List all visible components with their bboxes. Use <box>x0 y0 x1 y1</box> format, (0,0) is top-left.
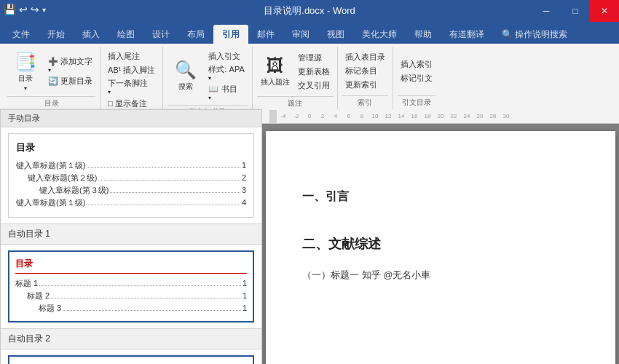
ribbon-group-caption: 🖼 插入题注 管理源 更新表格 交叉引用 题注 <box>253 47 338 109</box>
tab-youdao[interactable]: 有道翻译 <box>441 25 493 44</box>
toc-col-buttons: ➕ 添加文字 ▾ 🔄 更新目录 <box>45 55 95 88</box>
citation-index-tools: 插入索引 标记引文 <box>398 47 435 95</box>
tab-draw[interactable]: 绘图 <box>109 25 143 44</box>
manage-sources-button[interactable]: 管理源 <box>295 51 333 64</box>
manual-toc-text-3: 键入章标题(第３级) <box>39 185 109 196</box>
tab-layout[interactable]: 布局 <box>178 25 213 44</box>
auto-toc1-dots-1 <box>39 278 241 286</box>
tab-home[interactable]: 开始 <box>39 25 74 44</box>
citation-index-group-label: 引文目录 <box>398 95 435 109</box>
auto-toc1-num-1: 1 <box>243 279 247 288</box>
auto-toc1-preview[interactable]: 目录 标题 1 1 标题 2 1 标题 3 1 <box>8 250 254 323</box>
insert-citation-button[interactable]: 插入引文 <box>205 50 247 63</box>
close-button[interactable]: ✕ <box>590 0 619 22</box>
bibliography-button[interactable]: 📖 书目 ▾ <box>205 83 247 102</box>
maximize-button[interactable]: □ <box>561 0 590 22</box>
manual-toc-dots-4 <box>87 197 240 205</box>
toc-dropdown-panel: 手动目录 目录 键入章标题(第１级) 1 键入章标题(第２级) 2 键入章标题(… <box>0 109 262 364</box>
manual-toc-section-label: 手动目录 <box>1 110 261 127</box>
manual-toc-line-1: 键入章标题(第１级) 1 <box>16 160 246 171</box>
document-scroll[interactable]: 一、引言 二、文献综述 （一）标题一 知乎 @无名小車 知乎 @无名小車 <box>262 124 619 364</box>
toc-label: 目录 <box>18 74 33 84</box>
auto-toc2-section-label: 自动目录 2 <box>1 328 261 349</box>
ribbon-group-index: 插入表目录 标记条目 更新索引 索引 <box>338 47 393 109</box>
insert-footnote-button[interactable]: AB¹ 插入脚注 <box>105 63 158 76</box>
index-tools: 插入表目录 标记条目 更新索引 <box>342 47 388 95</box>
auto-toc1-line-1: 标题 1 1 <box>15 278 247 289</box>
tab-design[interactable]: 设计 <box>143 25 178 44</box>
manual-toc-preview[interactable]: 目录 键入章标题(第１级) 1 键入章标题(第２级) 2 键入章标题(第３级) … <box>8 133 254 218</box>
insert-index-button[interactable]: 插入索引 <box>398 58 435 71</box>
search-button[interactable]: 🔍 搜索 <box>167 54 204 98</box>
insert-endnote-button[interactable]: 插入尾注 <box>105 50 158 63</box>
ribbon-panel: 📑 目录 ▾ ➕ 添加文字 ▾ 🔄 更新目录 目录 插入尾注 AB¹ 插入脚注 … <box>0 44 619 109</box>
update-toc-button[interactable]: 🔄 更新目录 <box>45 75 95 88</box>
auto-toc2-preview[interactable]: 目录 标题 1 1 标题 2 1 标题 3 1 <box>8 355 254 364</box>
manual-toc-title: 目录 <box>16 141 246 154</box>
doc-text: （一）标题一 知乎 @无名小車 <box>302 269 579 282</box>
auto-toc1-section-label: 自动目录 1 <box>1 223 261 245</box>
manual-toc-dots-3 <box>110 185 240 193</box>
tab-references[interactable]: 引用 <box>213 25 248 44</box>
tab-view[interactable]: 视图 <box>318 25 353 44</box>
mark-citation-button[interactable]: 标记引文 <box>398 71 435 84</box>
tab-help[interactable]: 帮助 <box>406 25 441 44</box>
ribbon-group-toc: 📑 目录 ▾ ➕ 添加文字 ▾ 🔄 更新目录 目录 <box>3 47 100 109</box>
next-footnote-button[interactable]: 下一条脚注 ▾ <box>105 77 158 96</box>
minimize-button[interactable]: ─ <box>532 0 561 22</box>
auto-toc1-title: 目录 <box>15 258 247 274</box>
manual-toc-line-3: 键入章标题(第３级) 3 <box>16 185 246 196</box>
manual-toc-num-3: 3 <box>242 186 246 194</box>
undo-button[interactable]: ↩ <box>19 4 28 15</box>
toc-dropdown-arrow: ▾ <box>24 85 27 92</box>
doc-heading1: 一、引言 <box>302 189 579 205</box>
mark-entry-button[interactable]: 标记条目 <box>342 65 388 78</box>
manual-toc-text-4: 键入章标题(第１级) <box>16 197 85 208</box>
ribbon-tab-bar: 文件 开始 插入 绘图 设计 布局 引用 邮件 审阅 视图 美化大师 帮助 有道… <box>0 22 619 44</box>
manual-toc-line-2: 键入章标题(第２级) 2 <box>16 173 246 183</box>
tab-file[interactable]: 文件 <box>4 25 39 44</box>
auto-toc1-line-2: 标题 2 1 <box>15 290 247 301</box>
save-button[interactable]: 💾 <box>4 4 16 15</box>
search-icon: 🔍 <box>502 29 513 39</box>
update-index-button[interactable]: 更新索引 <box>342 79 388 92</box>
manual-toc-num-1: 1 <box>242 161 246 170</box>
tab-beautify[interactable]: 美化大师 <box>353 25 406 44</box>
auto-toc1-num-2: 1 <box>243 291 247 300</box>
show-notes-button[interactable]: □ 显示备注 <box>105 97 158 110</box>
search-label: 搜索 <box>178 82 193 92</box>
redo-button[interactable]: ↪ <box>31 4 39 15</box>
footnote-col: 插入尾注 AB¹ 插入脚注 下一条脚注 ▾ □ 显示备注 <box>105 50 158 110</box>
manual-toc-line-4: 键入章标题(第１级) 4 <box>16 197 246 208</box>
document-area: -4 -2 0 2 4 6 8 10 12 14 16 18 20 22 24 … <box>262 109 619 364</box>
insert-table-of-figures-button[interactable]: 插入表目录 <box>342 51 388 64</box>
tab-review[interactable]: 审阅 <box>283 25 318 44</box>
footnote-tools: 插入尾注 AB¹ 插入脚注 下一条脚注 ▾ □ 显示备注 <box>105 47 158 113</box>
insert-caption-button[interactable]: 🖼 插入题注 <box>257 50 293 93</box>
citations-col: 插入引文 样式: APA ▾ 📖 书目 ▾ <box>205 50 247 102</box>
manual-toc-num-4: 4 <box>242 198 246 207</box>
quick-access-toolbar[interactable]: 💾 ↩ ↪ ▾ <box>4 4 46 15</box>
window-controls[interactable]: ─ □ ✕ <box>532 0 619 22</box>
tab-search[interactable]: 🔍 操作说明搜索 <box>493 25 576 44</box>
manual-toc-dots-1 <box>87 160 240 168</box>
main-area: 手动目录 目录 键入章标题(第１级) 1 键入章标题(第２级) 2 键入章标题(… <box>0 109 619 364</box>
more-qat[interactable]: ▾ <box>42 6 46 14</box>
toc-icon: 📑 <box>15 52 36 72</box>
tab-search-label: 操作说明搜索 <box>515 28 567 41</box>
update-table-button[interactable]: 更新表格 <box>295 65 333 78</box>
manual-toc-dots-2 <box>98 173 240 181</box>
auto-toc1-text-3: 标题 3 <box>39 303 61 314</box>
document-page: 一、引言 二、文献综述 （一）标题一 知乎 @无名小車 知乎 @无名小車 <box>266 131 615 364</box>
add-text-button[interactable]: ➕ 添加文字 ▾ <box>45 55 95 74</box>
auto-toc1-text-1: 标题 1 <box>15 278 38 289</box>
tab-mailings[interactable]: 邮件 <box>248 25 283 44</box>
ribbon-group-citations: 🔍 搜索 插入引文 样式: APA ▾ 📖 书目 ▾ 引文与书目 <box>163 47 252 109</box>
auto-toc1-num-3: 1 <box>243 304 247 312</box>
manual-toc-text-2: 键入章标题(第２级) <box>28 173 97 183</box>
cross-reference-button[interactable]: 交叉引用 <box>295 79 333 92</box>
toc-button[interactable]: 📑 目录 ▾ <box>7 50 44 93</box>
ribbon-group-citation-index: 插入索引 标记引文 引文目录 <box>393 47 440 109</box>
tab-insert[interactable]: 插入 <box>74 25 109 44</box>
style-dropdown[interactable]: 样式: APA ▾ <box>205 63 247 82</box>
